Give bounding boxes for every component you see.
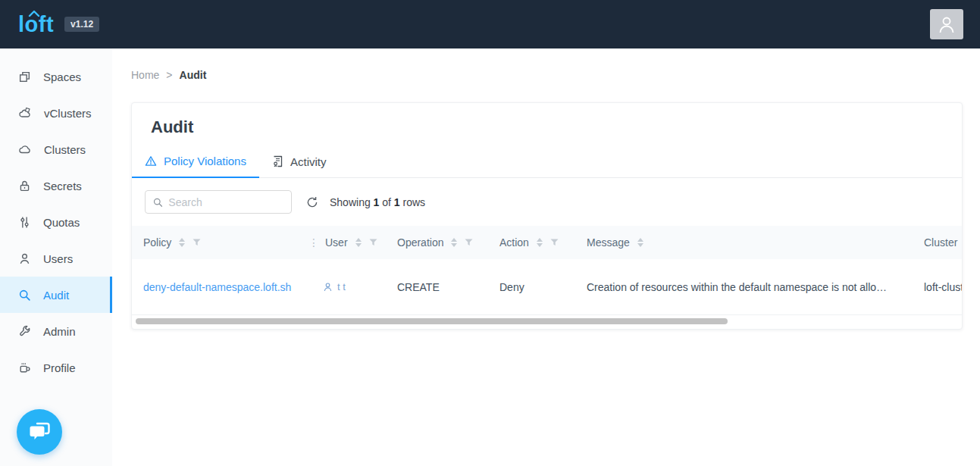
showing-prefix: Showing xyxy=(330,196,371,208)
chat-launcher-button[interactable] xyxy=(17,409,62,455)
sort-icon[interactable] xyxy=(537,238,543,247)
sidebar-item-admin[interactable]: Admin xyxy=(0,313,112,349)
sort-icon[interactable] xyxy=(179,238,185,247)
message-cell: Creation of resources within the default… xyxy=(575,281,913,293)
refresh-icon xyxy=(306,196,318,208)
user-icon xyxy=(938,14,956,34)
filter-funnel-icon[interactable] xyxy=(550,239,559,246)
audit-log-icon xyxy=(272,155,283,167)
refresh-button[interactable] xyxy=(306,196,318,208)
secrets-icon xyxy=(18,180,31,192)
showing-of: of xyxy=(382,196,391,208)
showing-suffix: rows xyxy=(403,196,426,208)
sidebar-item-label: vClusters xyxy=(44,107,92,120)
search-box xyxy=(145,190,292,214)
sidebar-item-users[interactable]: Users xyxy=(0,240,112,277)
admin-icon xyxy=(18,325,31,338)
tab-activity[interactable]: Activity xyxy=(259,147,340,177)
user-row-icon xyxy=(323,282,333,292)
table-row: deny-default-namespace.loft.sh t t CREAT… xyxy=(132,259,962,315)
sidebar-item-label: Profile xyxy=(43,361,76,374)
column-header-message[interactable]: Message xyxy=(575,236,913,249)
table-toolbar: Showing 1 of 1 rows xyxy=(132,178,962,226)
version-badge: v1.12 xyxy=(64,17,99,32)
chat-bubbles-icon xyxy=(28,421,51,443)
showing-count: 1 xyxy=(374,196,380,208)
cluster-cell: loft-cluster xyxy=(913,281,962,293)
warning-triangle-icon xyxy=(145,155,157,167)
tab-label: Activity xyxy=(290,155,327,168)
column-label: Action xyxy=(499,236,529,249)
sidebar-item-label: Spaces xyxy=(43,70,81,83)
user-name: t t xyxy=(337,281,346,292)
breadcrumb: Home > Audit xyxy=(131,69,963,81)
users-icon xyxy=(18,252,31,265)
user-cell: t t xyxy=(308,281,386,292)
tab-label: Policy Violations xyxy=(164,155,246,167)
audit-card: Audit Policy Violations Activity xyxy=(131,102,963,330)
column-label: Cluster xyxy=(924,236,957,249)
breadcrumb-separator: > xyxy=(166,69,172,81)
column-label: Message xyxy=(587,236,630,249)
sidebar-item-clusters[interactable]: Clusters xyxy=(0,131,112,167)
column-header-user[interactable]: ⋮ User xyxy=(308,236,386,249)
tab-bar: Policy Violations Activity xyxy=(132,147,962,178)
filter-funnel-icon[interactable] xyxy=(369,239,377,246)
user-avatar[interactable] xyxy=(930,9,963,39)
column-label: Operation xyxy=(397,236,443,249)
column-header-policy[interactable]: Policy xyxy=(132,236,308,249)
sidebar-item-spaces[interactable]: Spaces xyxy=(0,58,112,95)
scrollbar-thumb[interactable] xyxy=(136,318,728,324)
audit-table: Policy ⋮ User Operation xyxy=(132,226,962,329)
search-input[interactable] xyxy=(168,196,283,208)
user-link[interactable]: t t xyxy=(323,281,386,292)
filter-funnel-icon[interactable] xyxy=(193,239,201,246)
column-header-action[interactable]: Action xyxy=(488,236,575,249)
breadcrumb-current: Audit xyxy=(180,69,207,81)
filter-funnel-icon[interactable] xyxy=(465,239,473,246)
sidebar-item-vclusters[interactable]: vClusters xyxy=(0,95,112,131)
audit-icon xyxy=(18,289,31,302)
sidebar-item-label: Clusters xyxy=(44,143,86,156)
operation-cell: CREATE xyxy=(386,281,488,293)
sidebar: Spaces vClusters Clusters Secrets Quotas xyxy=(0,48,112,466)
sort-icon[interactable] xyxy=(355,238,362,247)
column-header-operation[interactable]: Operation xyxy=(386,236,488,249)
main-content: Home > Audit Audit Policy Violations Act… xyxy=(112,48,980,466)
search-icon xyxy=(153,197,162,208)
sidebar-item-profile[interactable]: Profile xyxy=(0,349,112,386)
breadcrumb-home[interactable]: Home xyxy=(131,69,159,81)
action-cell: Deny xyxy=(488,281,575,293)
clusters-icon xyxy=(18,143,32,156)
vclusters-icon xyxy=(18,107,32,120)
page-title: Audit xyxy=(132,103,962,147)
sidebar-item-label: Audit xyxy=(43,289,69,302)
sidebar-item-secrets[interactable]: Secrets xyxy=(0,167,112,204)
column-label: Policy xyxy=(143,236,171,249)
policy-cell: deny-default-namespace.loft.sh xyxy=(132,281,308,293)
sort-icon[interactable] xyxy=(637,238,643,247)
sidebar-item-label: Users xyxy=(43,252,73,265)
sort-icon[interactable] xyxy=(451,238,457,247)
showing-total: 1 xyxy=(394,196,400,208)
column-label: User xyxy=(325,236,348,249)
loft-logo[interactable]: loft xyxy=(18,14,54,36)
table-header-row: Policy ⋮ User Operation xyxy=(132,226,962,259)
policy-link[interactable]: deny-default-namespace.loft.sh xyxy=(143,281,291,293)
horizontal-scrollbar xyxy=(132,317,962,327)
spaces-icon xyxy=(18,70,31,83)
showing-rows-text: Showing 1 of 1 rows xyxy=(330,196,425,208)
sidebar-item-audit[interactable]: Audit xyxy=(0,277,112,313)
column-header-cluster[interactable]: Cluster xyxy=(913,236,962,249)
tab-policy-violations[interactable]: Policy Violations xyxy=(132,147,259,178)
sidebar-item-label: Admin xyxy=(43,325,76,338)
sidebar-item-quotas[interactable]: Quotas xyxy=(0,204,112,240)
profile-icon xyxy=(18,361,31,374)
sidebar-item-label: Secrets xyxy=(43,180,82,192)
topbar: loft v1.12 xyxy=(0,0,980,48)
sidebar-item-label: Quotas xyxy=(43,216,80,229)
column-resize-handle[interactable]: ⋮ xyxy=(308,239,318,246)
quotas-icon xyxy=(18,216,31,229)
logo-roof-icon xyxy=(28,10,40,17)
